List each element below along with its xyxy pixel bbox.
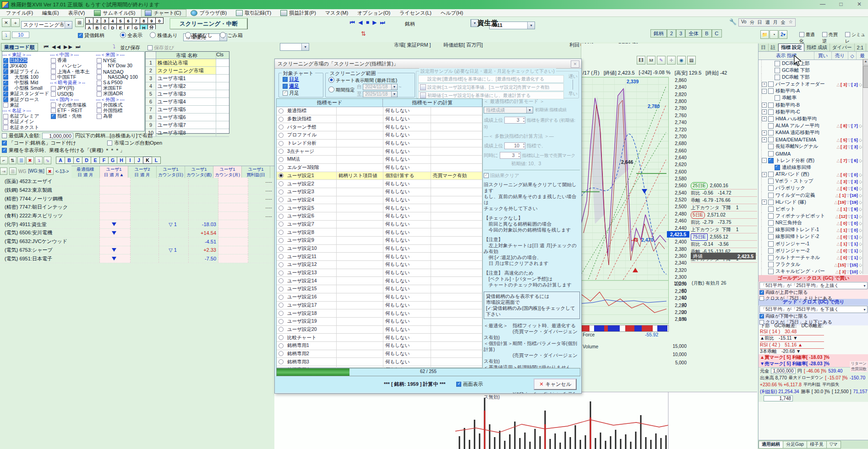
mode-radio[interactable] <box>278 165 284 170</box>
indicator-checkbox[interactable] <box>768 103 774 108</box>
dc-rule-dropdown[interactable]: 「5日平均」が「25日平均」を下抜く▼ <box>759 306 868 313</box>
indicator-checkbox[interactable] <box>768 234 774 239</box>
stock-row[interactable]: (精密) 7744:ノーリツ鋼機 ---- <box>0 195 274 203</box>
market-checkbox[interactable] <box>51 114 56 119</box>
gc-option-1[interactable]: 両線が上昇中に限る <box>759 290 868 296</box>
chart-option-checkbox[interactable]: 最適化 <box>799 32 818 44</box>
indicator-mode-row[interactable]: 3点チャージ 何もしない <box>277 147 482 156</box>
indicator-checkbox[interactable] <box>768 185 774 191</box>
indicator-mode-row[interactable]: ユーザ設定10 何もしない <box>277 245 482 253</box>
market-item[interactable]: 名証メイン <box>2 119 50 124</box>
indicator-row[interactable]: フラクタル △ [15] ▽ [15] ◇ <box>761 261 868 268</box>
bottom-tab[interactable]: 様子見 <box>807 441 827 449</box>
mode-radio[interactable] <box>278 173 284 178</box>
menu-item[interactable]: 編集(E) <box>39 10 64 16</box>
combo-auto-open-checkbox[interactable] <box>107 141 112 146</box>
market-checkbox[interactable] <box>97 58 102 63</box>
market-item[interactable]: ---＜外国＞--- <box>96 97 142 103</box>
indicator-row[interactable]: + パーフェクトオーダー △ [ 3] ▽ [ 2] ◇ <box>761 81 868 87</box>
list-letter-tab[interactable]: J <box>134 157 143 164</box>
market-item[interactable]: USD($) <box>50 91 96 97</box>
indicator-checkbox[interactable] <box>768 262 774 267</box>
indicator-checkbox[interactable] <box>775 95 780 101</box>
list-letter-tab[interactable]: H <box>117 157 126 164</box>
indicator-checkbox[interactable] <box>768 116 774 122</box>
indicator-checkbox[interactable] <box>768 130 774 135</box>
sort-save-icon[interactable]: ⤵ <box>113 43 115 50</box>
menu-item[interactable]: 取引記録(T) <box>233 10 276 16</box>
mode-radio[interactable] <box>278 359 284 364</box>
market-item[interactable]: --＜暗号資産＞-- <box>50 80 96 86</box>
market-item[interactable]: 指標・先物 <box>50 114 96 119</box>
mode-radio[interactable] <box>278 108 284 114</box>
count-box[interactable]: 10 <box>12 32 29 38</box>
market-checkbox[interactable] <box>97 114 102 119</box>
mode-radio[interactable] <box>278 278 284 283</box>
stock-column-header[interactable]: ユーザ2日 週 月 <box>128 166 157 178</box>
note-icon[interactable]: ▤ <box>687 56 696 65</box>
indicator-mode-row[interactable]: 多数決指標 何もしない <box>277 115 482 124</box>
market-item[interactable]: ハンセン <box>50 63 96 69</box>
market-checkbox[interactable] <box>97 108 102 113</box>
indicator-mode-row[interactable]: ユーザ設定5 何もしない <box>277 204 482 212</box>
stock-row[interactable]: (化学) 4911:資生堂 ▽ 1 -18.03 <box>0 220 274 229</box>
copy-sort-icon[interactable]: ⇅ <box>9 157 16 164</box>
sidebar-tab[interactable]: 註 <box>769 43 779 51</box>
indicator-checkbox[interactable] <box>775 75 780 80</box>
list-letter-tab[interactable]: F <box>99 157 109 164</box>
market-item[interactable]: 米国ETF <box>96 86 142 91</box>
mode-radio[interactable] <box>278 335 284 340</box>
dialog-title-bar[interactable]: スクリーニング市場の「スクリーニング(指標計算)」 ✕ <box>275 59 581 69</box>
bottom-tab[interactable]: 適用銘柄 <box>759 441 783 449</box>
expand-icon[interactable]: + <box>762 137 767 142</box>
digit-chip[interactable]: 5 <box>116 17 125 24</box>
market-item[interactable]: 米国ADR <box>96 91 142 97</box>
market-item[interactable]: NASDAQ <box>96 69 142 75</box>
tree-scrollbar[interactable]: ▲ <box>863 59 868 274</box>
market-item[interactable]: JPX400 <box>2 63 50 69</box>
indicator-row[interactable]: ボリンジャー-2 △ [ 0] ▽ [ 1] ◇ <box>761 247 868 254</box>
indicator-mode-row[interactable]: ユーザ設定9 何もしない <box>277 237 482 245</box>
market-checkbox[interactable] <box>3 64 8 69</box>
stock-row[interactable]: (電気) 6951:日本電子 -7.50 <box>0 254 274 263</box>
indicator-checkbox[interactable] <box>775 165 780 170</box>
menu-item[interactable]: ライセンス(L) <box>396 10 437 16</box>
market-item[interactable]: 東証 <box>2 103 50 108</box>
indicator-row[interactable]: 乖離率 △ ▽ ◇ <box>761 95 868 102</box>
stock-row[interactable]: (精密) 7747:朝日インテック ---- <box>0 203 274 212</box>
market-checkbox[interactable] <box>3 125 8 130</box>
mode-radio[interactable] <box>278 214 284 219</box>
min-purchase-input[interactable]: 1,000,000 <box>42 133 73 139</box>
market-item[interactable]: ---＜中国＞--- <box>50 52 96 58</box>
indicator-checkbox[interactable] <box>775 68 780 73</box>
market-checkbox[interactable] <box>51 75 56 80</box>
menu-item[interactable]: オプション(O) <box>354 10 395 16</box>
indicator-mode-row[interactable]: ユーザ設定16 何もしない <box>277 293 482 302</box>
indicator-checkbox[interactable] <box>768 255 774 260</box>
diamond-icon[interactable]: ◇ <box>859 214 862 219</box>
mode-radio[interactable] <box>278 343 284 348</box>
expand-icon[interactable]: + <box>762 82 767 87</box>
indicator-checkbox[interactable] <box>768 248 774 254</box>
market-checkbox[interactable] <box>3 86 8 91</box>
market-checkbox[interactable] <box>97 64 102 69</box>
chart-option-checkbox[interactable]: シミュレ <box>845 32 868 44</box>
mode-radio[interactable] <box>278 157 284 162</box>
stock-row[interactable]: (医薬) 4523:エーザイ ---- <box>0 178 274 186</box>
list-letter-tab[interactable]: C <box>73 157 82 164</box>
film-icon[interactable]: 🎞 <box>637 56 645 65</box>
stock-row[interactable]: (食料) 2222:寿スピリッツ ---- <box>0 212 274 221</box>
market-checkbox[interactable] <box>3 103 8 108</box>
diamond-icon[interactable]: ◇ <box>859 193 862 198</box>
date-from-input[interactable]: 2024/11/18▼ <box>363 84 398 90</box>
market-item[interactable]: 香港 <box>50 58 96 63</box>
mode-radio[interactable] <box>278 295 284 300</box>
market-checkbox[interactable] <box>51 69 56 74</box>
indicator-mode-row[interactable]: ユーザ設定12 何もしない <box>277 261 482 269</box>
indicator-checkbox[interactable] <box>768 88 774 94</box>
wrench-icon[interactable]: 🔧 <box>729 18 737 25</box>
list-letter-tab[interactable]: L <box>152 157 161 164</box>
indicator-mode-row[interactable]: プロファイル 何もしない <box>277 131 482 140</box>
indicator-mode-row[interactable]: ユーザ設定20 何もしない <box>277 326 482 334</box>
sync-icon[interactable]: ⇅ <box>361 30 366 37</box>
